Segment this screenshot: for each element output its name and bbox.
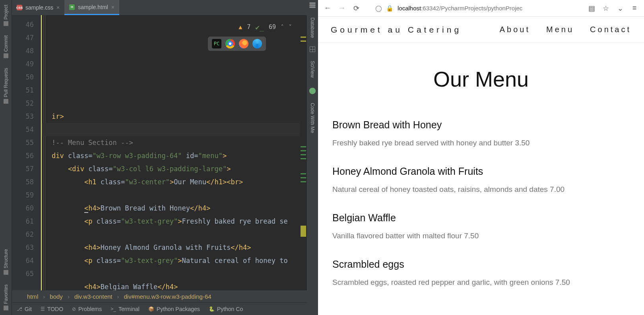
ide-panel: CSSsample.css×Hsample.html× 464748495051… [12,0,307,315]
right-tool-code-with-me[interactable]: Code With Me [309,100,316,136]
browser-toolbar: ← → ⟳ ◯ 🔒 localhost:63342/PycharmProject… [318,0,644,17]
tool-icon: ⊘ [72,306,76,312]
url-port: :63342 [421,5,439,12]
close-icon[interactable]: × [56,4,60,11]
tool-python-packages[interactable]: 📦Python Packages [148,306,200,312]
url-domain: localhost [398,5,421,12]
menu-item: Brown Bread with HoneyFreshly baked rye … [332,119,630,147]
bookmark-icon[interactable]: ☆ [602,4,610,12]
tool-terminal[interactable]: >_Terminal [111,306,140,312]
tool-icon: 📦 [148,306,154,312]
tab-sample-html[interactable]: Hsample.html× [64,0,119,15]
next-highlight-icon[interactable]: ˅ [289,21,292,34]
error-stripe[interactable] [300,15,307,290]
url-bar[interactable]: ◯ 🔒 localhost:63342/PycharmProjects/pyth… [367,5,581,12]
inspections-widget[interactable]: ▲ 7 ✔̲ 69 ˄ ˅ [239,21,292,34]
menu-item-title: Scrambled eggs [332,259,630,270]
code-line[interactable] [52,267,300,280]
right-tool-icon: ⬤ [309,87,316,94]
right-tool-icon [309,2,316,9]
menu-item: Belgian WaffleVanilla flavored batter wi… [332,212,630,240]
browser-pc-icon[interactable]: PC [212,39,221,48]
back-icon[interactable]: ← [324,4,332,12]
close-icon[interactable]: × [111,4,114,10]
css-file-icon: CSS [17,5,22,10]
breadcrumb-separator-icon: › [68,293,70,300]
bottom-toolbar: ⎇Git☰TODO⊘Problems>_Terminal📦Python Pack… [12,302,307,315]
code-line[interactable]: <h1 class="w3-center">Our Menu</h1><br> [52,176,300,189]
nav-contact[interactable]: Contact [590,25,631,34]
lock-icon: 🔒 [386,5,394,12]
tool-git[interactable]: ⎇Git [17,306,32,312]
right-tool-sciview[interactable]: SciView [309,58,316,81]
right-tool-database[interactable]: Database [309,14,316,41]
left-tool-favorites[interactable]: Favorites [2,280,10,315]
menu-item: Honey Almond Granola with FruitsNatural … [332,166,630,194]
breadcrumb-item[interactable]: div.w3-content [74,293,113,300]
tool-todo[interactable]: ☰TODO [41,306,63,312]
code-line[interactable]: <h4>Honey Almond Granola with Fruits</h4… [52,241,300,254]
left-tool-commit[interactable]: Commit [2,31,10,63]
warning-icon: ▲ [239,21,242,34]
site-brand[interactable]: Gourmet au Catering [331,25,462,35]
menu-item-title: Honey Almond Granola with Fruits [332,166,630,177]
check-count: 69 [269,21,276,34]
menu-item-desc: Freshly baked rye bread served with hone… [332,139,630,147]
editor-tabs: CSSsample.css×Hsample.html× [12,0,307,15]
code-line[interactable]: ir> [52,110,300,123]
code-line[interactable]: <div class="w3-col l6 w3-padding-large"> [52,162,300,176]
left-tool-project[interactable]: Project [2,0,10,31]
code-line[interactable]: <p class="w3-text-grey">Freshly baked ry… [52,215,300,228]
html-file-icon: H [69,4,75,10]
menu-icon[interactable]: ≡ [630,4,638,12]
left-tool-pull-requests[interactable]: Pull Requests [2,63,10,108]
menu-item-desc: Scrambled eggs, roasted red pepper and g… [332,278,630,287]
tool-icon: 🐍 [209,306,215,312]
menu-item: Scrambled eggsScrambled eggs, roasted re… [332,259,630,287]
warning-count: 7 [247,21,250,34]
code-area[interactable]: ▲ 7 ✔̲ 69 ˄ ˅ PC ir> !-- Menu Section --… [42,15,300,290]
breadcrumb-item[interactable]: body [50,293,63,300]
prev-highlight-icon[interactable]: ˄ [281,21,284,34]
code-line[interactable] [52,228,300,241]
code-line[interactable] [52,189,300,202]
left-bottom-group: StructureFavorites [0,158,12,315]
tool-problems[interactable]: ⊘Problems [72,306,102,312]
reload-icon[interactable]: ⟳ [352,4,360,12]
code-line[interactable] [52,97,300,110]
browser-ch-icon[interactable] [225,39,235,48]
breadcrumb-separator-icon: › [117,293,119,300]
forward-icon[interactable]: → [338,4,346,12]
code-line[interactable]: <p class="w3-text-grey">Natural cereal o… [52,254,300,267]
current-line-highlight [42,123,300,136]
left-tool-structure[interactable]: Structure [2,244,10,280]
tool-icon: >_ [111,306,116,312]
breadcrumb-separator-icon: › [43,293,45,300]
site-nav: AboutMenuContact [500,25,631,34]
breadcrumb-item[interactable]: html [27,293,38,300]
nav-about[interactable]: About [500,25,530,34]
nav-menu[interactable]: Menu [546,25,574,34]
shield-icon: ◯ [375,5,382,12]
code-line[interactable]: <h4>Brown Bread with Honey</h4> [52,202,300,215]
code-line[interactable]: !-- Menu Section --> [52,136,300,149]
menu-item-title: Brown Bread with Honey [332,119,630,131]
pocket-icon[interactable]: ⌄ [616,4,624,12]
site-header: Gourmet au Catering AboutMenuContact [318,17,644,43]
breadcrumb-item[interactable]: div#menu.w3-row.w3-padding-64 [124,293,211,300]
reader-icon[interactable]: ▤ [588,4,596,12]
editor[interactable]: 4647484950515253545556575859606162636465… [12,15,307,290]
tool-python-co[interactable]: 🐍Python Co [209,306,243,312]
menu-item-title: Belgian Waffle [332,212,630,224]
code-line[interactable]: <h4>Belgian Waffle</h4> [52,280,300,290]
right-tool-strip: DatabaseSciView⬤Code With Me [307,0,318,315]
browser-ff-icon[interactable] [239,39,248,48]
breadcrumbs[interactable]: html›body›div.w3-content›div#menu.w3-row… [12,290,307,302]
tab-sample-css[interactable]: CSSsample.css× [12,0,64,15]
code-line[interactable]: div class="w3-row w3-padding-64" id="men… [52,149,300,162]
browser-sf-icon[interactable] [252,39,262,48]
left-tool-strip: ProjectCommitPull Requests StructureFavo… [0,0,12,315]
gutter: 4647484950515253545556575859606162636465 [12,15,42,290]
tool-icon: ⎇ [17,306,22,312]
left-top-group: ProjectCommitPull Requests [0,0,12,158]
